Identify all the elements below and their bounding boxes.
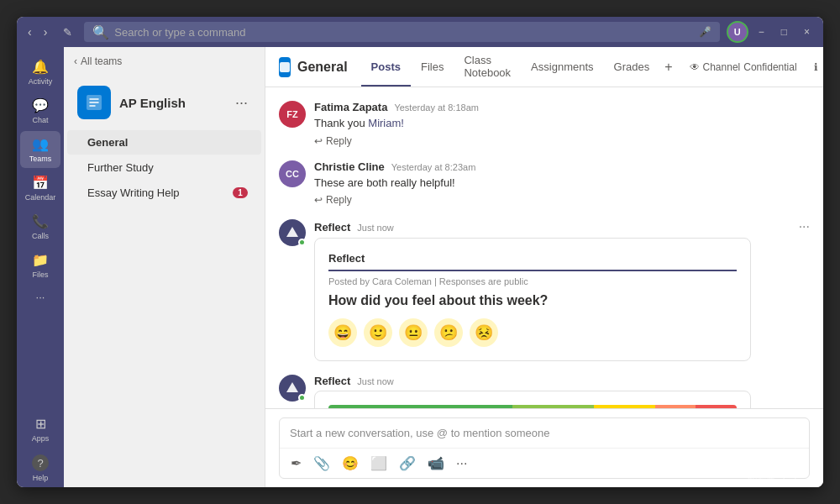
avatar-christie: CC xyxy=(279,160,306,187)
sidebar-item-teams[interactable]: 👥 Teams xyxy=(20,131,60,168)
reflect-card-header: Reflect xyxy=(328,252,737,271)
reflect-header-row-2: Reflect Just now xyxy=(314,375,810,387)
msg-sender-1: Fatima Zapata xyxy=(314,101,387,113)
sidebar-item-apps[interactable]: ⊞ Apps xyxy=(20,411,60,448)
online-indicator-1 xyxy=(298,239,306,246)
search-input[interactable] xyxy=(114,26,693,39)
video-button[interactable]: 📹 xyxy=(423,452,449,475)
calendar-label: Calendar xyxy=(25,193,56,202)
info-button[interactable]: ℹ xyxy=(809,58,823,76)
channel-icon xyxy=(279,57,291,77)
info-icon: ℹ xyxy=(814,61,818,73)
msg-body-2: These are both really helpful! xyxy=(314,175,810,192)
calendar-icon: 📅 xyxy=(32,175,49,191)
confidential-label: Confidential xyxy=(743,61,796,73)
mic-icon: 🎤 xyxy=(699,26,711,38)
miriam-link[interactable]: Miriam! xyxy=(368,117,404,129)
channel-further-study-label: Further Study xyxy=(87,161,154,174)
all-teams-link[interactable]: ‹ All teams xyxy=(64,47,265,76)
teams-icon: 👥 xyxy=(32,136,49,152)
sidebar-item-help[interactable]: ? Help xyxy=(20,449,60,487)
emoji-button[interactable]: 😊 xyxy=(338,452,363,475)
channel-further-study[interactable]: Further Study xyxy=(67,155,261,180)
reflect-more-button-1[interactable]: ··· xyxy=(799,219,810,234)
compose-new-button[interactable]: ✎ xyxy=(58,24,77,40)
reflect-header-row-1: Reflect Just now ··· xyxy=(314,219,810,234)
main-content: General Posts Files Class Notebook Assig… xyxy=(265,47,823,487)
back-button[interactable]: ‹ xyxy=(24,24,36,40)
compose-input[interactable]: Start a new conversation, use @ to menti… xyxy=(280,418,809,448)
link-button[interactable]: 🔗 xyxy=(395,452,420,475)
msg-body-1: Thank you Miriam! xyxy=(314,115,810,132)
sidebar-item-calls[interactable]: 📞 Calls xyxy=(20,208,60,245)
reflect-results-card: 8 10 4 xyxy=(314,391,751,408)
main-area: 🔔 Activity 💬 Chat 👥 Teams 📅 Calendar 📞 xyxy=(17,47,823,487)
channel-essay-writing-help[interactable]: Essay Writing Help 1 xyxy=(67,181,261,205)
msg-sender-2: Christie Cline xyxy=(314,160,385,173)
message-group-1: FZ Fatima Zapata Yesterday at 8:18am Tha… xyxy=(279,101,810,147)
left-nav: 🔔 Activity 💬 Chat 👥 Teams 📅 Calendar 📞 xyxy=(17,47,64,487)
reflect-message-1: Reflect Just now ··· Reflect Posted by C… xyxy=(279,219,810,361)
channel-list: General Further Study Essay Writing Help… xyxy=(64,129,265,487)
nav-controls: ‹ › xyxy=(24,24,51,40)
team-header: AP English ··· xyxy=(64,76,265,129)
msg-reply-1[interactable]: ↩Reply xyxy=(314,135,810,147)
emoji-btn-3[interactable]: 😐 xyxy=(399,318,428,347)
sidebar-item-files[interactable]: 📁 Files xyxy=(20,247,60,284)
svg-rect-1 xyxy=(280,62,290,72)
minimize-button[interactable]: − xyxy=(752,24,771,39)
emoji-btn-1[interactable]: 😄 xyxy=(328,318,357,347)
maximize-button[interactable]: □ xyxy=(774,24,794,39)
team-more-button[interactable]: ··· xyxy=(232,92,251,113)
emoji-btn-5[interactable]: 😣 xyxy=(470,318,498,347)
header-actions: 👁 Channel Confidential ℹ ··· xyxy=(685,58,823,76)
close-button[interactable]: × xyxy=(797,24,816,39)
msg-reply-2[interactable]: ↩Reply xyxy=(314,194,810,206)
chat-label: Chat xyxy=(32,116,48,124)
sidebar: ‹ All teams AP English ··· Genera xyxy=(64,47,265,487)
meeting-button[interactable]: ⬜ xyxy=(366,452,391,475)
channel-header: General Posts Files Class Notebook Assig… xyxy=(265,47,823,87)
reflect-time-1: Just now xyxy=(357,223,393,233)
teams-label: Teams xyxy=(29,155,52,163)
header-tabs: Posts Files Class Notebook Assignments G… xyxy=(361,47,678,92)
sidebar-item-more[interactable]: ··· xyxy=(20,286,60,308)
sidebar-item-chat[interactable]: 💬 Chat xyxy=(20,92,60,129)
channel-action-button[interactable]: 👁 Channel Confidential xyxy=(685,58,802,76)
more-tools-button[interactable]: ··· xyxy=(452,453,471,475)
tab-class-notebook[interactable]: Class Notebook xyxy=(454,47,521,92)
compose-area: Start a new conversation, use @ to menti… xyxy=(265,408,823,487)
team-name: AP English xyxy=(119,96,223,110)
watermark: 智东西 zhidx.com xyxy=(748,475,823,487)
reflect-content-2: Reflect Just now xyxy=(314,375,810,408)
emoji-btn-2[interactable]: 🙂 xyxy=(364,318,392,347)
reflect-bot-name-2: Reflect xyxy=(314,375,350,387)
eye-icon: 👁 xyxy=(690,61,700,73)
svg-marker-2 xyxy=(286,227,298,237)
titlebar: ‹ › ✎ 🔍 🎤 U − □ × xyxy=(17,17,823,47)
channel-title: General xyxy=(297,60,348,75)
chat-icon: 💬 xyxy=(32,97,49,113)
forward-button[interactable]: › xyxy=(39,24,52,40)
help-label: Help xyxy=(33,474,49,482)
calls-icon: 📞 xyxy=(32,213,49,229)
all-teams-label: All teams xyxy=(81,55,122,67)
app-window: ‹ › ✎ 🔍 🎤 U − □ × 🔔 Activity xyxy=(17,17,823,487)
emoji-btn-4[interactable]: 😕 xyxy=(434,318,463,347)
reflect-message-2: Reflect Just now xyxy=(279,375,810,408)
sidebar-item-activity[interactable]: 🔔 Activity xyxy=(20,54,60,91)
channel-general[interactable]: General xyxy=(67,130,261,155)
user-avatar[interactable]: U xyxy=(727,21,748,43)
tab-grades[interactable]: Grades xyxy=(604,49,660,87)
format-button[interactable]: ✒ xyxy=(286,452,306,475)
search-bar[interactable]: 🔍 🎤 xyxy=(84,22,719,42)
tab-files[interactable]: Files xyxy=(411,49,454,87)
tab-assignments[interactable]: Assignments xyxy=(521,49,603,87)
tab-posts[interactable]: Posts xyxy=(361,49,411,87)
add-tab-button[interactable]: + xyxy=(659,56,677,78)
svg-marker-3 xyxy=(286,382,298,392)
reflect-bot-name-1: Reflect xyxy=(314,221,350,234)
sidebar-item-calendar[interactable]: 📅 Calendar xyxy=(20,170,60,207)
reflect-time-2: Just now xyxy=(357,376,393,386)
attach-button[interactable]: 📎 xyxy=(309,452,334,475)
